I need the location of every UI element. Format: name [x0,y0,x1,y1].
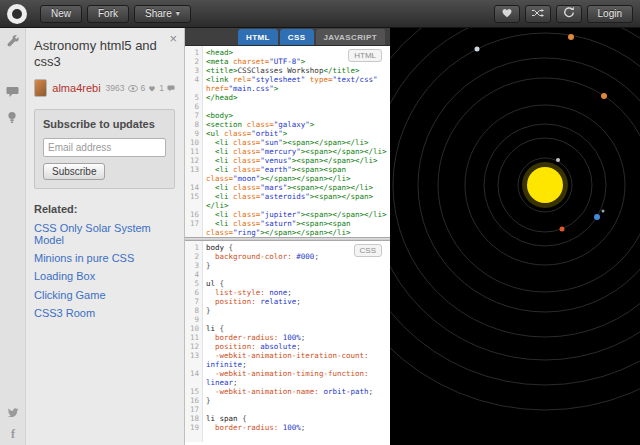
line-number: 4 [185,75,202,93]
email-field[interactable] [43,138,166,157]
line-number: 15 [185,387,202,396]
code-line: 5</head> [185,93,390,102]
code-line: 15 <li class="asteroids"><span></span></… [185,192,390,210]
comments-icon[interactable] [6,84,20,98]
html-code-editor[interactable]: 1<head>2<meta charset="UTF-8">3<title>CS… [185,46,390,237]
wrench-icon[interactable] [6,34,20,48]
planet-moon [602,210,605,213]
code-line: 3} [185,261,390,270]
code-text[interactable]: -webkit-animation-timing-function: linea… [202,369,390,387]
social-icons: f [0,404,26,439]
refresh-icon [563,6,575,21]
code-text[interactable]: position: absolute; [202,342,390,351]
sidebar-content: × Astronomy html5 and css3 alma4rebi 396… [26,28,184,445]
code-text[interactable]: <li class="mars"><span></span></li> [202,183,390,192]
code-text[interactable]: <title>CSSClasses Workshop</title> [202,66,390,75]
code-text[interactable]: <li class="sun"><span></span></li> [202,138,390,147]
code-line: 13 <li class="earth"><span><span class="… [185,165,390,183]
code-text[interactable]: <li class="jupiter"><span></span></li> [202,210,390,219]
share-button[interactable]: Share ▾ [134,5,191,23]
planet-mercury [556,158,560,162]
line-number: 17 [185,219,202,237]
close-icon[interactable]: × [169,32,177,45]
code-text[interactable]: li span { [202,414,390,423]
line-number: 13 [185,165,202,183]
code-text[interactable]: } [202,396,390,405]
twitter-icon[interactable] [7,404,19,422]
new-button[interactable]: New [40,5,82,23]
related-link[interactable]: Loading Box [34,270,175,282]
code-text[interactable]: ul { [202,279,390,288]
line-number: 5 [185,279,202,288]
line-number: 2 [185,57,202,66]
code-text[interactable]: list-style: none; [202,288,390,297]
related-link[interactable]: Minions in pure CSS [34,252,175,264]
line-number: 16 [185,396,202,405]
line-number: 1 [185,243,202,252]
code-text[interactable]: <li class="asteroids"><span></span></li> [202,192,390,210]
code-text[interactable]: position: relative; [202,297,390,306]
lightbulb-icon[interactable] [6,110,20,124]
facebook-icon[interactable]: f [11,429,15,439]
code-text[interactable]: border-radius: 100%; [202,423,390,432]
code-text[interactable]: li { [202,324,390,333]
code-text[interactable]: <li class="mercury"><span></span></li> [202,147,390,156]
eye-icon [128,85,138,92]
tab-javascript[interactable]: JAVASCRIPT [316,29,386,45]
avatar[interactable] [34,79,47,97]
author-row: alma4rebi 3963 6 1 [34,79,175,97]
codepen-logo[interactable] [7,4,27,24]
related-link[interactable]: CSS3 Room [34,307,175,319]
code-text[interactable] [202,405,390,414]
shuffle-icon [531,6,544,21]
code-text[interactable]: <li class="earth"><span><span class="moo… [202,165,390,183]
love-button[interactable] [494,5,520,23]
views-count: 3963 [106,83,125,93]
line-number: 9 [185,315,202,324]
code-text[interactable] [202,315,390,324]
code-text[interactable]: <section class="galaxy"> [202,120,390,129]
code-text[interactable]: <ul class="orbit"> [202,129,390,138]
code-line: 14 <li class="mars"><span></span></li> [185,183,390,192]
related-link[interactable]: Clicking Game [34,289,175,301]
code-text[interactable]: } [202,306,390,315]
login-button[interactable]: Login [587,5,633,23]
shuffle-button[interactable] [525,5,551,23]
loves-count: 6 [141,83,146,93]
author-link[interactable]: alma4rebi [52,82,100,94]
related-link[interactable]: CSS Only Solar System Model [34,222,175,246]
planet-sun [527,167,563,203]
line-number: 1 [185,48,202,57]
related-heading: Related: [34,203,175,215]
code-text[interactable]: </head> [202,93,390,102]
code-line: 6 [185,102,390,111]
code-text[interactable]: border-radius: 100%; [202,333,390,342]
tab-html[interactable]: HTML [238,29,278,45]
comment-small-icon [167,85,175,92]
code-line: 16 <li class="jupiter"><span></span></li… [185,210,390,219]
code-line: 3<title>CSSClasses Workshop</title> [185,66,390,75]
code-text[interactable]: -webkit-animation-iteration-count: infin… [202,351,390,369]
fork-button[interactable]: Fork [87,5,129,23]
code-text[interactable] [202,270,390,279]
code-text[interactable]: } [202,261,390,270]
code-text[interactable]: <li class="venus"><span></span></li> [202,156,390,165]
related-list: CSS Only Solar System ModelMinions in pu… [34,222,175,319]
code-text[interactable]: <body> [202,111,390,120]
code-text[interactable]: -webkit-animation-name: orbit-path; [202,387,390,396]
share-button-label: Share [145,8,172,19]
preview-pane[interactable] [390,28,640,445]
code-text[interactable]: <li class="saturn"><span><span class="ri… [202,219,390,237]
line-number: 16 [185,210,202,219]
code-text[interactable]: <link rel="stylesheet" type="text/css" h… [202,75,390,93]
orbit-ring [390,28,640,410]
refresh-button[interactable] [556,5,582,23]
subscribe-button[interactable]: Subscribe [43,163,105,180]
sidebar-icon-rail: f [0,28,26,445]
code-line: 14 -webkit-animation-timing-function: li… [185,369,390,387]
tab-css[interactable]: CSS [280,29,314,45]
css-code-editor[interactable]: 1body {2 background-color: #000;3}45ul {… [185,241,390,442]
code-line: 8} [185,306,390,315]
heart-icon [501,6,513,21]
code-text[interactable] [202,102,390,111]
